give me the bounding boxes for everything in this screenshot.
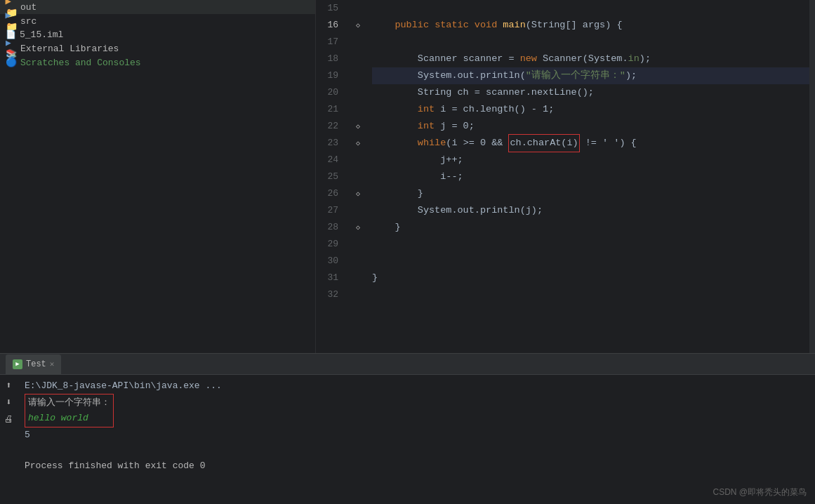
code-line-25: i--; <box>372 168 809 185</box>
indent-16 <box>372 17 395 34</box>
code-content: 15 ▶ 16 17 18 19 20 21 22 23 24 25 26 27… <box>316 0 815 353</box>
tab-label: Test <box>26 359 46 369</box>
line-num-25: 25 <box>316 168 344 185</box>
code-line-31: } <box>372 270 809 286</box>
gutter-29 <box>351 236 365 253</box>
code-line-17 <box>372 34 809 51</box>
scroll-up-icon[interactable]: ⬆ <box>3 379 15 392</box>
bottom-tab-bar: ▶ Test ✕ <box>0 354 815 375</box>
j-inc: j++; <box>440 152 463 168</box>
terminal-content: E:\JDK_8-javase-API\bin\java.exe ... 请输入… <box>18 375 815 504</box>
gutter: ◇ ◇ ◇ ◇ ◇ <box>351 0 365 353</box>
terminal-prompt-line: 请输入一个字符串： hello world <box>25 394 808 427</box>
gutter-28: ◇ <box>351 219 365 236</box>
var-i: i = ch.length() - 1; <box>440 101 554 118</box>
terminal-prompt-text: 请输入一个字符串： hello world <box>25 413 114 423</box>
gutter-32 <box>351 286 365 303</box>
sidebar-item-src[interactable]: ▶ 📁 src <box>0 14 315 28</box>
scratches-icon: 🔵 <box>6 57 17 68</box>
kw-void: void <box>475 17 503 34</box>
scroll-down-icon[interactable]: ⬇ <box>3 396 15 409</box>
gutter-18 <box>351 51 365 67</box>
line-num-28: 28 <box>316 219 344 236</box>
code-line-21: int i = ch.length() - 1; <box>372 101 809 118</box>
terminal-tab[interactable]: ▶ Test ✕ <box>6 354 61 374</box>
sidebar-label-scratches: Scratches and Consoles <box>20 58 141 68</box>
sidebar-label-src: src <box>20 16 37 27</box>
line-num-27: 27 <box>316 202 344 219</box>
gutter-17 <box>351 34 365 51</box>
system-in: in <box>628 51 640 67</box>
line-num-20: 20 <box>316 84 344 101</box>
code-lines: public static void main (String[] args) … <box>365 0 809 353</box>
scanner-semi: ); <box>640 51 651 67</box>
bookmark-22: ◇ <box>356 122 360 131</box>
sidebar: ▶ 📁 out ▶ 📁 src 📄 5_15.iml ▶ 📚 External … <box>0 0 316 353</box>
code-line-24: j++; <box>372 152 809 168</box>
code-line-26: } <box>372 185 809 202</box>
sidebar-label-out: out <box>20 2 37 13</box>
indent-25 <box>372 168 440 185</box>
prompt-text: 请输入一个字符串： <box>28 397 110 408</box>
kw-public: public <box>395 17 435 34</box>
code-line-30 <box>372 253 809 270</box>
tab-close-icon[interactable]: ✕ <box>50 359 55 369</box>
code-line-15 <box>372 0 809 17</box>
bookmark-28: ◇ <box>356 223 360 232</box>
gutter-20 <box>351 84 365 101</box>
method-close: } <box>395 219 400 236</box>
sidebar-item-iml[interactable]: 📄 5_15.iml <box>0 28 315 41</box>
sidebar-label-external: External Libraries <box>20 44 119 54</box>
bookmark-26: ◇ <box>356 190 360 198</box>
vertical-scrollbar[interactable] <box>809 0 815 353</box>
editor-area: 15 ▶ 16 17 18 19 20 21 22 23 24 25 26 27… <box>316 0 815 353</box>
println-j: System.out.println(j); <box>418 202 543 219</box>
line-num-19: 19 <box>316 67 344 84</box>
gutter-26: ◇ <box>351 185 365 202</box>
while-open: (i >= 0 && <box>446 135 508 152</box>
external-libs-icon: ▶ 📚 <box>6 43 17 54</box>
kw-int-21: int <box>418 101 440 118</box>
indent-23 <box>372 135 418 152</box>
line-num-15: 15 <box>316 0 344 17</box>
scanner-constructor: Scanner(System. <box>543 51 628 67</box>
str-prompt: "请输入一个字符串：" <box>526 67 625 84</box>
kw-while: while <box>418 135 446 152</box>
kw-static: static <box>435 17 475 34</box>
indent-26 <box>372 185 418 202</box>
type-scanner: Scanner scanner = <box>418 51 520 67</box>
indent-21 <box>372 101 418 118</box>
terminal-result: 5 <box>25 427 808 443</box>
bookmark-23: ◇ <box>356 139 360 147</box>
main-area: ▶ 📁 out ▶ 📁 src 📄 5_15.iml ▶ 📚 External … <box>0 0 815 353</box>
code-line-16: public static void main (String[] args) … <box>372 17 809 34</box>
code-line-18: Scanner scanner = new Scanner(System. in… <box>372 51 809 67</box>
gutter-27 <box>351 202 365 219</box>
system-out-19: System.out.println( <box>418 67 526 84</box>
gutter-21 <box>351 101 365 118</box>
sidebar-item-scratches[interactable]: 🔵 Scratches and Consoles <box>0 55 315 69</box>
kw-int-22: int <box>418 118 440 135</box>
line-num-31: 31 <box>316 270 344 286</box>
bottom-row: ⬆ ⬇ 🖨 E:\JDK_8-javase-API\bin\java.exe .… <box>0 375 815 504</box>
line-num-30: 30 <box>316 253 344 270</box>
line-num-24: 24 <box>316 152 344 168</box>
indent-24 <box>372 152 440 168</box>
main-params: (String[] args) { <box>526 17 623 34</box>
gutter-19 <box>351 67 365 84</box>
gutter-24 <box>351 152 365 168</box>
sidebar-label-iml: 5_15.iml <box>20 29 63 40</box>
sidebar-item-external-libs[interactable]: ▶ 📚 External Libraries <box>0 41 315 55</box>
var-j: j = 0; <box>440 118 475 135</box>
while-rest: != ' ') { <box>580 135 637 152</box>
terminal-input-box: 请输入一个字符串： hello world <box>25 394 114 427</box>
terminal-path-line: E:\JDK_8-javase-API\bin\java.exe ... <box>25 378 808 394</box>
print-icon[interactable]: 🖨 <box>3 413 15 425</box>
indent-19 <box>372 67 418 84</box>
gutter-16: ◇ <box>351 17 365 34</box>
line-num-23: 23 <box>316 135 344 152</box>
sidebar-item-out[interactable]: ▶ 📁 out <box>0 0 315 14</box>
line-num-18: 18 <box>316 51 344 67</box>
line-num-32: 32 <box>316 286 344 303</box>
tab-icon: ▶ <box>13 359 22 369</box>
